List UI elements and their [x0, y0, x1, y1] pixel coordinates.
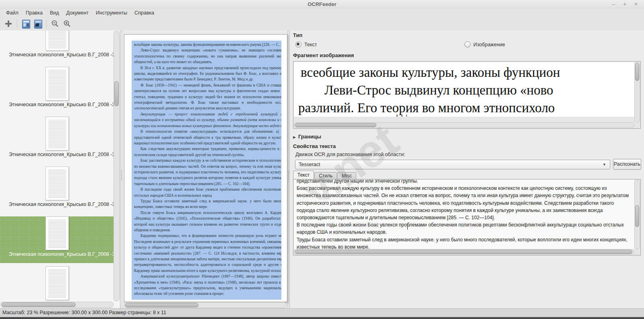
type-section-label: Тип: [293, 32, 302, 38]
doc-paragraph: всеобщие законы культуры, законы функцио…: [134, 42, 281, 47]
page-list-item[interactable]: Этническая психология_Крысько В.Г_2008 -…: [0, 167, 114, 213]
tab-misc[interactable]: Misc: [337, 172, 356, 179]
properties-tabs: Текст Стиль Misc: [293, 171, 357, 179]
page-label: Этническая психология_Крысько В.Г_2008 -…: [0, 52, 114, 58]
scrollbar-handle[interactable]: [635, 63, 639, 81]
text-horizontal-scrollbar[interactable]: [294, 249, 634, 255]
doc-paragraph: Ф. Боас (1858—1942) — немецкий физик, бе…: [134, 82, 281, 111]
fragment-text-line: различий. Его теория во многом этнопсихо…: [298, 101, 555, 115]
menu-document[interactable]: Документ: [63, 10, 92, 16]
recognize-button[interactable]: Распознать: [613, 159, 641, 170]
page-thumbnail: [45, 67, 69, 101]
recognized-text-area: представителей другой нации или этническ…: [293, 179, 641, 255]
recognized-text: представителей другой нации или этническ…: [294, 180, 634, 249]
recognize-document-icon[interactable]: [33, 19, 43, 29]
doc-paragraph: В этнопсихологии понятие «аккультурация»…: [134, 129, 281, 146]
menu-view[interactable]: Вид: [46, 10, 63, 16]
close-button[interactable]: ×: [633, 1, 639, 7]
page-label: Этническая психология_Крысько В.Г_2008 -…: [0, 152, 114, 157]
radio-image[interactable]: Изображение: [464, 41, 505, 47]
text-properties-label: Свойства текста: [293, 143, 336, 149]
type-radio-group: Текст Изображение: [290, 41, 644, 49]
page-list-item[interactable]: Этническая психология_Крысько В.Г_2008 -…: [0, 67, 114, 113]
fragment-text-line: Леви-Строс выдвинул концепцию «ново: [324, 83, 553, 98]
document-horizontal-scrollbar[interactable]: [124, 302, 287, 308]
radio-button-icon[interactable]: [464, 41, 471, 47]
scanned-page[interactable]: всеобщие законы культуры, законы функцио…: [124, 34, 287, 302]
ocrfeeder-window: OCRFeeder – + × Файл Правка Вид Документ…: [0, 0, 644, 319]
menu-help[interactable]: Справка: [131, 10, 158, 16]
pages-list: Этническая психология_Крысько В.Г_2008 -…: [0, 31, 114, 302]
document-pages-icon[interactable]: [21, 19, 31, 29]
scrollbar-handle[interactable]: [2, 303, 76, 307]
page-list-item[interactable]: Этническая психология_Крысько В.Г_2008 -…: [0, 117, 114, 163]
recognized-text-input[interactable]: представителей другой нации или этническ…: [294, 180, 634, 249]
page-label: Этническая психология_Крысько В.Г_2008 -…: [0, 202, 114, 207]
page-thumbnail: [45, 117, 69, 150]
sidebar-vertical-scrollbar[interactable]: [114, 31, 120, 301]
borders-expander[interactable]: ▶Границы: [293, 134, 321, 140]
doc-paragraph: Леви-Строс выдвинул концепцию «нового гу…: [134, 47, 281, 65]
fragment-section-label: Фрагмент изображения: [293, 52, 354, 58]
scrollbar-handle[interactable]: [295, 250, 632, 254]
fragment-horizontal-scrollbar[interactable]: [294, 122, 634, 128]
zoom-in-icon[interactable]: [62, 19, 72, 29]
pane-splitter[interactable]: [120, 31, 123, 308]
add-image-icon[interactable]: [3, 19, 14, 29]
scanned-text: всеобщие законы культуры, законы функцио…: [132, 41, 281, 297]
selected-text-region[interactable]: всеобщие законы культуры, законы функцио…: [132, 41, 281, 300]
tab-style[interactable]: Стиль: [314, 172, 337, 179]
doc-paragraph: После смерти Боаса американскую психолог…: [134, 210, 281, 233]
fragment-image[interactable]: всеобщие законы культуры, законы функцио…: [294, 62, 634, 117]
radio-button-icon[interactable]: [295, 41, 301, 47]
doc-paragraph: Как следствие аккультурации некоторые тр…: [134, 146, 281, 158]
maximize-button[interactable]: +: [621, 1, 628, 7]
scrollbar-handle[interactable]: [114, 81, 119, 106]
scrollbar-handle[interactable]: [125, 303, 198, 307]
region-inspector: Тип Текст Изображение Фрагмент изображен…: [290, 31, 644, 308]
text-cursor: [407, 224, 408, 230]
fragment-vertical-scrollbar[interactable]: [634, 62, 640, 122]
menu-edit[interactable]: Правка: [22, 10, 46, 16]
window-title: OCRFeeder: [0, 1, 644, 7]
page-list-item[interactable]: Этническая психология_Крысько В.Г_2008 -…: [0, 266, 114, 302]
zoom-out-icon[interactable]: [50, 19, 60, 29]
radio-text[interactable]: Текст: [295, 41, 317, 47]
doc-paragraph: Американский культуроантрополог Р.Бенеди…: [134, 274, 281, 297]
page-list-item-selected[interactable]: Этническая психология_Крысько В.Г_2008 -…: [0, 216, 114, 263]
ocr-engine-dropdown[interactable]: Tesseract ▼: [295, 160, 610, 169]
toolbar: [0, 17, 644, 31]
page-thumbnail: [45, 266, 69, 300]
expander-arrow-icon: ▶: [293, 135, 296, 139]
menu-file[interactable]: Файл: [2, 10, 22, 16]
chevron-down-icon: ▼: [603, 160, 606, 169]
radio-image-label: Изображение: [473, 42, 505, 47]
doc-paragraph: В 30-е г. XX в. развитие западных научны…: [134, 65, 281, 82]
sidebar-horizontal-scrollbar[interactable]: [0, 302, 114, 308]
text-vertical-scrollbar[interactable]: [634, 180, 640, 249]
page-label: Этническая психология_Крысько В.Г_2008 -…: [0, 102, 114, 107]
doc-paragraph: Боас рассматривал каждую культуру в ее с…: [134, 158, 281, 187]
radio-text-label: Текст: [304, 42, 317, 47]
menu-tools[interactable]: Инструменты: [92, 10, 131, 16]
tab-text[interactable]: Текст: [293, 171, 314, 179]
minimize-button[interactable]: –: [610, 1, 617, 7]
toolbar-separator: [46, 19, 47, 28]
doc-paragraph: В последние годы своей жизни Боас увлекс…: [134, 187, 281, 198]
scrollbar-handle[interactable]: [295, 123, 376, 127]
doc-paragraph: Аккультурация — процесс взаимовлияния лю…: [134, 111, 281, 129]
title-bar: OCRFeeder – + ×: [0, 0, 644, 9]
doc-paragraph: Труды Боаса оставили заметный след в аме…: [134, 198, 281, 210]
borders-label: Границы: [298, 134, 321, 140]
image-fragment-preview: всеобщие законы культуры, законы функцио…: [293, 61, 641, 129]
page-list-item[interactable]: Этническая психология_Крысько В.Г_2008 -…: [0, 31, 114, 64]
fragment-text-line: всеобщие законы культуры, законы функцио…: [301, 65, 560, 80]
scrollbar-handle[interactable]: [635, 205, 639, 227]
page-thumbnail: [45, 31, 69, 51]
ocr-engine-value: Tesseract: [299, 162, 320, 167]
document-view: всеобщие законы культуры, законы функцио…: [123, 31, 287, 308]
toolbar-separator: [17, 19, 17, 28]
doc-paragraph: Кардинер подчеркивал, что в формировании…: [134, 233, 281, 274]
fragment-clipped-line: [396, 115, 407, 117]
window-bottom-edge: [0, 317, 644, 319]
